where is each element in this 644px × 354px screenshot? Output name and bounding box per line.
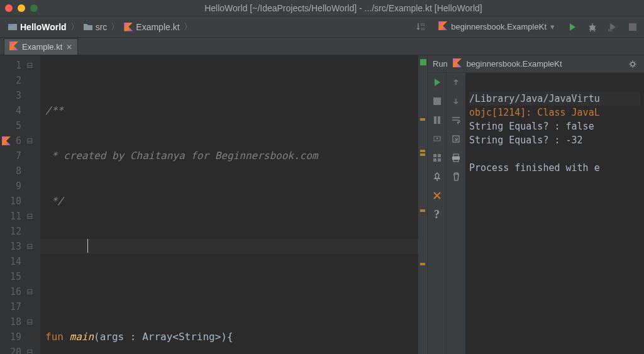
run-with-coverage-button[interactable]: [606, 21, 619, 33]
settings-icon[interactable]: [626, 58, 639, 70]
window-zoom-button[interactable]: [30, 4, 38, 12]
editor-gutter[interactable]: 1⊟ 2 3 4 5 6⊟ 7 8 9 10 11⊟ 12 13⊟ 14 15 …: [0, 55, 40, 354]
breadcrumb-folder-label: src: [96, 22, 108, 32]
run-toolbar-left: ?: [428, 73, 447, 354]
svg-rect-5: [608, 29, 612, 31]
svg-rect-6: [629, 23, 636, 31]
window-controls: [5, 4, 38, 12]
close-icon[interactable]: [430, 189, 444, 202]
svg-point-7: [631, 62, 635, 66]
navigation-bar: HelloWorld 〉 src 〉 Example.kt 〉 0110 beg…: [0, 16, 644, 38]
breadcrumb-separator: 〉: [70, 21, 79, 33]
dump-threads-icon[interactable]: [430, 132, 444, 146]
stop-button[interactable]: [626, 21, 639, 33]
kotlin-file-icon: [438, 21, 447, 32]
rerun-button[interactable]: [430, 75, 444, 89]
print-icon[interactable]: [449, 151, 463, 165]
run-tool-window-config-label: beginnersbook.ExampleKt: [467, 59, 562, 69]
svg-text:10: 10: [421, 27, 425, 31]
run-button[interactable]: [566, 21, 579, 33]
kotlin-run-gutter-icon[interactable]: [2, 136, 11, 145]
svg-rect-9: [434, 116, 436, 124]
folder-icon: [83, 22, 93, 32]
debug-button[interactable]: [586, 21, 599, 33]
kotlin-file-icon: [9, 41, 18, 52]
pin-icon[interactable]: [430, 170, 444, 184]
help-icon[interactable]: ?: [430, 207, 444, 221]
editor-tab-example-kt[interactable]: Example.kt ✕: [4, 38, 78, 55]
console-blank-line: [469, 148, 475, 160]
breadcrumb-project-label: HelloWorld: [20, 22, 67, 32]
svg-rect-14: [438, 154, 441, 157]
scroll-to-end-icon[interactable]: [449, 132, 463, 146]
svg-text:01: 01: [421, 23, 425, 26]
editor[interactable]: 1⊟ 2 3 4 5 6⊟ 7 8 9 10 11⊟ 12 13⊟ 14 15 …: [0, 55, 428, 354]
breadcrumb-separator: 〉: [111, 21, 119, 33]
editor-tab-label: Example.kt: [22, 42, 62, 52]
svg-point-4: [590, 25, 595, 30]
console-warning-line: objc[1214]: Class JavaL: [469, 107, 600, 118]
run-toolbar-right: [447, 73, 465, 354]
breadcrumb-folder[interactable]: src: [80, 22, 110, 32]
pause-button[interactable]: [430, 113, 444, 127]
svg-rect-1: [8, 24, 12, 26]
kotlin-file-icon: [453, 58, 462, 69]
svg-rect-15: [433, 158, 436, 162]
kotlin-file-icon: [123, 22, 133, 32]
analysis-ok-marker: [420, 59, 426, 65]
window-close-button[interactable]: [5, 4, 13, 12]
run-tool-window-title: Run: [433, 59, 448, 69]
svg-rect-16: [438, 158, 441, 162]
warning-marker[interactable]: [420, 150, 425, 152]
run-configuration-label: beginnersbook.ExampleKt: [451, 22, 547, 31]
console-line: String Equals? : false: [469, 121, 594, 132]
breadcrumb-project[interactable]: HelloWorld: [5, 22, 69, 32]
chevron-down-icon: ▾: [550, 22, 555, 31]
code-area[interactable]: /** * created by Chaitanya for Beginners…: [40, 55, 418, 354]
window-title: HelloWorld [~/IdeaProjects/HelloWorld] -…: [48, 3, 639, 13]
window-titlebar: HelloWorld [~/IdeaProjects/HelloWorld] -…: [0, 0, 644, 16]
svg-rect-18: [453, 154, 458, 157]
clear-all-icon[interactable]: [449, 170, 463, 184]
breadcrumb-separator: 〉: [184, 21, 192, 33]
svg-rect-10: [438, 116, 440, 124]
warning-marker[interactable]: [420, 263, 425, 265]
run-tool-window: Run beginnersbook.ExampleKt ?: [428, 55, 644, 354]
layout-icon[interactable]: [430, 151, 444, 165]
down-stack-icon[interactable]: [449, 94, 463, 108]
console-line: Process finished with e: [469, 162, 600, 174]
editor-tabs: Example.kt ✕: [0, 38, 644, 55]
current-line-highlight: [40, 239, 418, 254]
warning-marker[interactable]: [420, 153, 425, 156]
soft-wrap-icon[interactable]: [449, 113, 463, 127]
caret: [87, 239, 88, 253]
run-tool-window-header[interactable]: Run beginnersbook.ExampleKt: [428, 55, 644, 73]
warning-marker[interactable]: [420, 209, 425, 212]
console-line: String Equals? : -32: [469, 135, 583, 146]
svg-rect-13: [433, 154, 436, 157]
breadcrumb-file[interactable]: Example.kt: [121, 22, 182, 32]
svg-rect-8: [433, 97, 441, 105]
sort-binary-icon[interactable]: 0110: [414, 21, 427, 33]
console-line: /Library/Java/JavaVirtu: [469, 92, 640, 106]
up-stack-icon[interactable]: [449, 75, 463, 89]
stop-button[interactable]: [430, 94, 444, 108]
warning-marker[interactable]: [420, 118, 425, 121]
breadcrumb-file-label: Example.kt: [136, 22, 179, 32]
close-tab-icon[interactable]: ✕: [66, 43, 72, 52]
window-minimize-button[interactable]: [18, 4, 25, 12]
run-configuration-selector[interactable]: beginnersbook.ExampleKt ▾: [435, 20, 558, 33]
console-output[interactable]: /Library/Java/JavaVirtuobjc[1214]: Class…: [465, 73, 644, 354]
project-icon: [8, 22, 18, 32]
main-split: 1⊟ 2 3 4 5 6⊟ 7 8 9 10 11⊟ 12 13⊟ 14 15 …: [0, 55, 644, 354]
svg-point-12: [436, 138, 438, 140]
error-stripe[interactable]: [418, 55, 427, 354]
